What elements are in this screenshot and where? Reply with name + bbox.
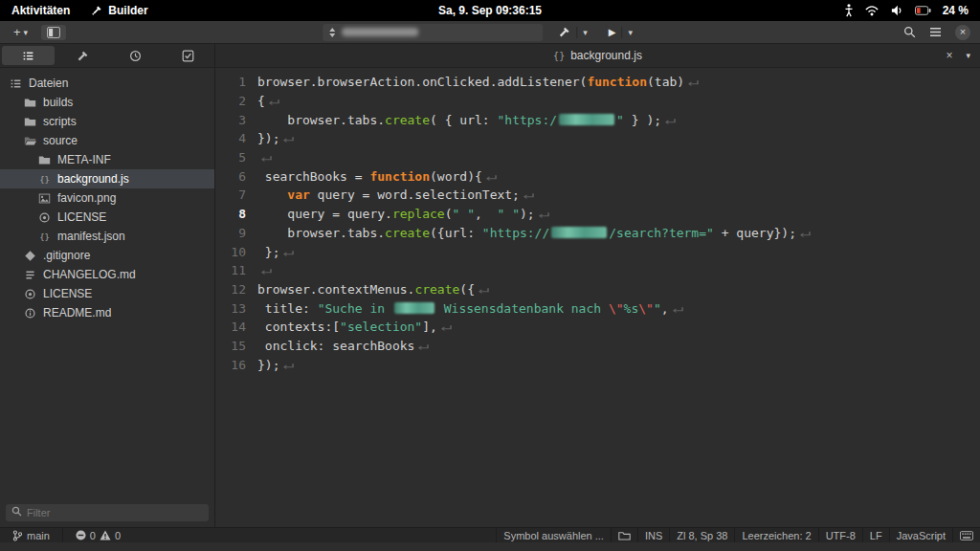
warning-count: 0 <box>115 530 121 541</box>
line-number: 3 <box>215 113 246 127</box>
branch-name: main <box>27 530 50 541</box>
clock[interactable]: Sa, 9. Sep 09:36:15 <box>438 4 542 17</box>
tree-item-scripts[interactable]: scripts <box>0 112 214 131</box>
code-line[interactable]: 5↵ <box>215 148 980 167</box>
code-line[interactable]: 8 query = query.replace(" ", " ");↵ <box>215 205 980 224</box>
tree-item-dateien[interactable]: Dateien <box>0 74 214 93</box>
omnibar[interactable] <box>323 24 543 41</box>
code-line[interactable]: 3 browser.tabs.create( { url: "https:/" … <box>215 110 980 129</box>
code-token: \" <box>609 301 624 316</box>
symbol-picker-button[interactable]: Symbol auswählen ... <box>496 528 611 542</box>
hammer-icon <box>77 50 89 62</box>
line-number: 10 <box>215 245 246 259</box>
code-line[interactable]: 2{↵ <box>215 92 980 111</box>
code-line[interactable]: 1browser.browserAction.onClicked.addList… <box>215 73 980 92</box>
plus-icon: + <box>13 25 21 39</box>
activities-button[interactable]: Aktivitäten <box>11 4 70 17</box>
code-line-text: onclick: searchBooks↵ <box>257 339 428 353</box>
code-token: "https:/ <box>497 113 557 127</box>
app-menu[interactable]: Builder <box>91 4 147 17</box>
build-button[interactable] <box>552 24 576 40</box>
code-token: ( { url: <box>430 113 497 127</box>
code-token: " " <box>497 207 519 221</box>
code-line[interactable]: 9 browser.tabs.create({url: "https:///se… <box>215 224 980 243</box>
run-options-button[interactable]: ▾ <box>622 26 638 39</box>
menu-icon[interactable] <box>929 27 942 37</box>
license-icon <box>38 211 51 224</box>
code-line[interactable]: 16});↵ <box>215 355 980 374</box>
line-ending-indicator[interactable]: LF <box>862 528 889 542</box>
tree-item-label: CHANGELOG.md <box>43 268 136 281</box>
tree-item-readme-md[interactable]: README.md <box>0 303 214 322</box>
language-indicator[interactable]: JavaScript <box>889 528 952 542</box>
tree-item-favicon-png[interactable]: favicon.png <box>0 188 214 208</box>
tab-list-chevron-icon[interactable]: ▾ <box>966 51 970 60</box>
code-token: browser.tabs. <box>257 226 385 240</box>
code-token: Wissensdatenbank nach <box>436 301 609 316</box>
code-token: create <box>385 226 430 240</box>
readme-icon <box>24 307 36 320</box>
editor-tab[interactable]: {} background.js <box>553 49 642 62</box>
line-number: 2 <box>215 94 246 108</box>
tree-item-background-js[interactable]: {}background.js <box>0 169 214 188</box>
error-icon <box>76 530 86 540</box>
newline-marker-icon: ↵ <box>800 226 812 240</box>
code-line[interactable]: 13 title: "Suche in Wissensdatenbank nac… <box>215 298 980 318</box>
newline-marker-icon: ↵ <box>673 301 684 316</box>
tree-item-meta-inf[interactable]: META-INF <box>0 150 214 169</box>
diagnostics-button[interactable]: 0 0 <box>69 528 127 542</box>
close-tab-icon[interactable]: × <box>946 49 952 62</box>
code-line[interactable]: 14 contexts:["selection"],↵ <box>215 318 980 337</box>
tree-item-license[interactable]: LICENSE <box>0 284 214 303</box>
code-token: function <box>369 169 430 184</box>
line-number: 15 <box>215 339 246 353</box>
cursor-position-indicator[interactable]: Zl 8, Sp 38 <box>669 528 734 542</box>
accessibility-icon <box>844 4 854 17</box>
tree-item-label: README.md <box>43 306 111 320</box>
run-button[interactable]: ▶ <box>603 25 622 39</box>
tree-item-manifest-json[interactable]: {}manifest.json <box>0 227 214 246</box>
tab-build-targets[interactable] <box>56 44 109 67</box>
code-line[interactable]: 12browser.contextMenus.create({↵ <box>215 280 980 299</box>
tree-item-license[interactable]: LICENSE <box>0 208 214 227</box>
indent-indicator[interactable]: Leerzeichen: 2 <box>734 528 817 542</box>
tree-item-label: LICENSE <box>57 210 106 224</box>
new-document-button[interactable]: + ▾ <box>8 23 33 41</box>
tree-item-label: background.js <box>57 172 129 186</box>
code-editor[interactable]: 1browser.browserAction.onClicked.addList… <box>215 68 980 527</box>
tab-todos[interactable] <box>162 44 214 67</box>
code-line[interactable]: 11↵ <box>215 261 980 280</box>
tab-tests[interactable] <box>109 44 162 67</box>
tree-item-changelog-md[interactable]: CHANGELOG.md <box>0 265 214 284</box>
insert-mode-indicator[interactable]: INS <box>637 528 669 542</box>
tree-item-label: .gitignore <box>43 249 90 262</box>
code-line[interactable]: 7 var query = word.selectionText;↵ <box>215 186 980 205</box>
code-line[interactable]: 4});↵ <box>215 129 980 148</box>
tree-item-builds[interactable]: builds <box>0 93 214 112</box>
encoding-indicator[interactable]: UTF-8 <box>818 528 862 542</box>
code-line[interactable]: 6 searchBooks = function(word){↵ <box>215 166 980 186</box>
code-line[interactable]: 15 onclick: searchBooks↵ <box>215 337 980 356</box>
panel-toggle-button[interactable] <box>611 528 637 542</box>
project-tree: DateienbuildsscriptssourceMETA-INF{}back… <box>0 68 214 499</box>
list-icon <box>10 77 22 90</box>
system-status-area[interactable]: 24 % <box>844 4 980 17</box>
code-token: query = word.selectionText; <box>310 187 520 202</box>
code-token: ({ <box>459 282 475 297</box>
window-close-button[interactable]: × <box>955 25 970 40</box>
tree-filter-input[interactable] <box>6 504 209 521</box>
tree-item--gitignore[interactable]: .gitignore <box>0 246 214 265</box>
branch-button[interactable]: main <box>6 528 56 542</box>
search-icon[interactable] <box>903 26 916 38</box>
tab-project-tree[interactable] <box>2 46 55 65</box>
redacted-text <box>394 302 434 314</box>
search-icon <box>11 506 22 517</box>
code-token: create <box>414 282 459 297</box>
tree-item-source[interactable]: source <box>0 131 214 150</box>
code-line[interactable]: 10 };↵ <box>215 242 980 261</box>
keyboard-button[interactable] <box>952 528 980 542</box>
code-file-icon: {} <box>553 51 565 61</box>
toggle-sidebar-button[interactable] <box>41 25 66 40</box>
build-options-button[interactable]: ▾ <box>577 26 593 39</box>
filter-row <box>0 499 214 527</box>
